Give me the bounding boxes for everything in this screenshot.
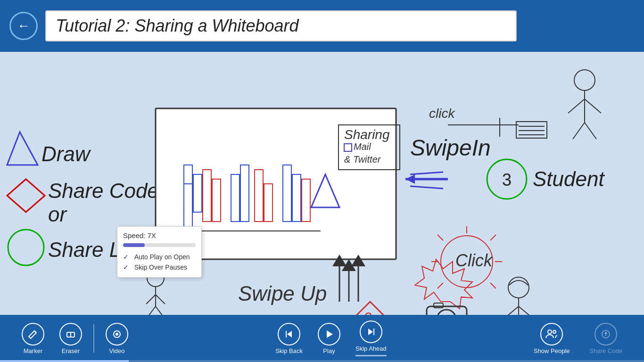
svg-text:or: or	[48, 203, 67, 226]
skip-back-button[interactable]: Skip Back	[268, 319, 310, 358]
back-icon: ←	[17, 18, 30, 33]
svg-line-31	[410, 186, 443, 189]
svg-line-37	[568, 99, 585, 113]
svg-text:3: 3	[502, 170, 512, 189]
svg-point-96	[548, 330, 552, 334]
svg-point-97	[553, 330, 556, 333]
svg-marker-0	[7, 132, 38, 165]
svg-rect-44	[516, 122, 547, 138]
svg-point-90	[116, 333, 118, 336]
auto-play-label: Auto Play on Open	[134, 253, 190, 261]
svg-text:SwipeIn: SwipeIn	[410, 135, 491, 160]
back-button[interactable]: ←	[9, 12, 38, 40]
skip-back-icon	[278, 323, 300, 346]
header: ← Tutorial 2: Sharing a Whiteboard	[0, 0, 644, 52]
play-button[interactable]: Play	[310, 319, 348, 358]
svg-line-65	[438, 283, 443, 288]
svg-line-60	[490, 235, 496, 240]
skip-pauses-option[interactable]: ✓ Skip Over Pauses	[123, 262, 196, 272]
svg-line-40	[585, 123, 596, 139]
svg-line-75	[519, 306, 533, 315]
svg-text:2: 2	[364, 309, 372, 315]
svg-line-82	[156, 295, 165, 304]
svg-line-81	[146, 295, 156, 304]
svg-line-39	[573, 123, 585, 139]
svg-text:Swipe Up: Swipe Up	[238, 282, 327, 305]
svg-rect-67	[427, 306, 467, 315]
play-icon	[318, 323, 340, 346]
svg-text:Sharing: Sharing	[344, 127, 390, 142]
marker-icon	[22, 323, 44, 346]
svg-marker-100	[604, 332, 608, 334]
svg-line-63	[438, 235, 443, 240]
skip-ahead-icon	[360, 321, 382, 343]
toolbar-divider	[93, 324, 94, 353]
progress-fill	[0, 360, 129, 362]
progress-bar[interactable]	[0, 360, 644, 362]
svg-marker-95	[368, 329, 373, 335]
svg-line-30	[410, 172, 443, 174]
page-title: Tutorial 2: Sharing a Whiteboard	[56, 16, 299, 35]
svg-text:Share Code: Share Code	[48, 179, 159, 202]
toolbar-right: Show People Share Code	[526, 319, 630, 358]
svg-text:click: click	[429, 106, 455, 121]
svg-point-5	[8, 230, 44, 265]
svg-text:Student: Student	[533, 167, 605, 190]
svg-marker-93	[327, 330, 333, 338]
toolbar-center: Skip Back Play Skip Ahead	[268, 317, 394, 360]
whiteboard-area: Draw Share Code or Share Link	[0, 52, 644, 315]
toolbar-left: Marker Eraser Video	[14, 319, 136, 358]
svg-text:& Twitter: & Twitter	[344, 154, 381, 165]
svg-text:Click: Click	[455, 251, 493, 270]
speed-bar[interactable]	[123, 243, 196, 247]
auto-play-option[interactable]: ✓ Auto Play on Open	[123, 252, 196, 262]
speed-label: Speed: 7X	[123, 231, 196, 239]
svg-marker-29	[405, 174, 415, 184]
skip-pauses-label: Skip Over Pauses	[134, 263, 187, 271]
svg-marker-92	[287, 331, 292, 337]
skip-ahead-underline	[355, 355, 387, 356]
eraser-button[interactable]: Eraser	[52, 319, 90, 358]
svg-line-62	[490, 283, 496, 288]
svg-line-86	[34, 331, 36, 333]
share-code-button[interactable]: Share Code	[582, 319, 630, 358]
speed-popup: Speed: 7X ✓ Auto Play on Open ✓ Skip Ove…	[117, 226, 202, 278]
video-button[interactable]: Video	[98, 319, 136, 358]
svg-text:Draw: Draw	[41, 142, 91, 165]
svg-text:Mail: Mail	[354, 141, 371, 152]
eraser-icon	[59, 323, 82, 346]
toolbar: Marker Eraser Video	[0, 315, 644, 362]
auto-play-check: ✓	[123, 253, 131, 261]
svg-marker-2	[7, 179, 45, 212]
svg-point-35	[574, 70, 595, 90]
share-code-icon	[594, 323, 617, 346]
svg-line-84	[156, 306, 163, 315]
svg-line-38	[585, 99, 601, 113]
skip-pauses-check: ✓	[123, 263, 131, 271]
svg-line-74	[504, 306, 519, 315]
whiteboard-drawing: Draw Share Code or Share Link	[0, 52, 644, 315]
show-people-icon	[540, 323, 563, 346]
skip-ahead-button[interactable]: Skip Ahead	[348, 317, 394, 360]
svg-line-83	[149, 306, 156, 315]
show-people-button[interactable]: Show People	[526, 319, 578, 358]
marker-button[interactable]: Marker	[14, 319, 52, 358]
title-box: Tutorial 2: Sharing a Whiteboard	[45, 10, 517, 41]
svg-point-68	[437, 310, 456, 315]
video-icon	[106, 323, 128, 346]
